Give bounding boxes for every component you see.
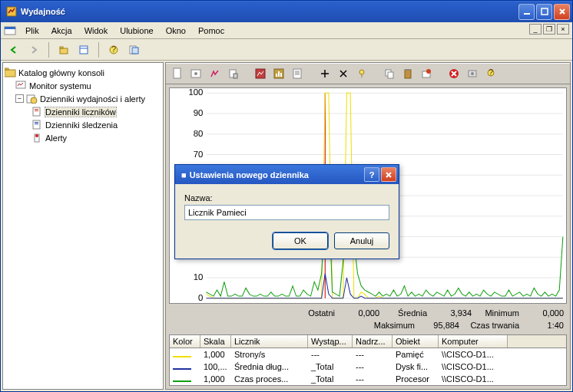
counterlog-icon	[31, 106, 43, 117]
export-button[interactable]	[125, 41, 142, 58]
app-icon	[5, 5, 18, 18]
tree-tracelogs[interactable]: Dzienniki śledzenia	[5, 118, 161, 131]
minimize-button[interactable]	[518, 4, 535, 20]
counter-table[interactable]: Kolor Skala Licznik Wystąp... Nadrz... O…	[169, 334, 567, 386]
copy-button[interactable]	[383, 67, 396, 81]
svg-rect-33	[276, 74, 277, 77]
svg-rect-34	[278, 71, 280, 77]
svg-rect-4	[5, 27, 15, 29]
monitor-icon	[15, 80, 27, 91]
stats-row-1: Ostatni0,000 Średnia3,934 Minimum0,000	[166, 307, 570, 319]
svg-rect-7	[80, 46, 88, 54]
svg-text:?: ?	[111, 44, 116, 54]
dialog-titlebar[interactable]: ■ Ustawienia nowego dziennika ?	[175, 165, 399, 184]
main-toolbar: ?	[1, 39, 572, 61]
col-inst[interactable]: Wystąp...	[308, 335, 353, 348]
dialog-title: Ustawienia nowego dziennika	[190, 170, 363, 180]
menu-file[interactable]: Plik	[19, 25, 45, 37]
content-toolbar: ?	[166, 63, 570, 84]
svg-text:10: 10	[194, 272, 204, 282]
tracelog-icon	[31, 119, 43, 130]
view-log-button[interactable]	[226, 67, 240, 81]
stat-max-value: 95,884	[419, 321, 459, 330]
back-button[interactable]	[5, 41, 22, 58]
mdi-restore-button[interactable]: ❐	[543, 24, 555, 35]
svg-point-25	[35, 134, 38, 137]
svg-text:0: 0	[198, 293, 203, 302]
view-current-button[interactable]	[207, 67, 221, 81]
stats-row-2: Maksimum95,884 Czas trwania1:40	[166, 319, 570, 331]
paste-button[interactable]	[401, 67, 415, 81]
tree-alerts[interactable]: Alerty	[5, 131, 161, 144]
highlight-button[interactable]	[355, 67, 369, 81]
tree-panel[interactable]: Katalog główny konsoli Monitor systemu −…	[2, 62, 164, 390]
tree-logs[interactable]: − Dzienniki wydajności i alerty	[5, 92, 161, 105]
mmc-icon	[4, 25, 16, 37]
svg-point-40	[359, 70, 364, 74]
svg-rect-2	[542, 8, 548, 15]
col-color[interactable]: Kolor	[170, 335, 200, 348]
logs-icon	[26, 93, 38, 104]
name-input[interactable]	[184, 205, 389, 220]
stat-czas-label: Czas trwania	[464, 321, 519, 330]
close-button[interactable]	[554, 4, 570, 20]
table-row[interactable]: 100,...Średnia dług..._Total---Dysk fi..…	[170, 361, 566, 373]
svg-rect-26	[174, 68, 181, 78]
menu-action[interactable]: Akcja	[45, 25, 78, 37]
svg-rect-5	[60, 48, 68, 54]
tree-monitor[interactable]: Monitor systemu	[5, 79, 161, 92]
svg-point-28	[194, 72, 197, 75]
svg-rect-18	[33, 107, 40, 116]
svg-rect-6	[60, 47, 63, 48]
clear-display-button[interactable]	[189, 67, 203, 81]
new-counter-set-button[interactable]	[171, 67, 184, 81]
view-histogram-button[interactable]	[272, 67, 286, 81]
menu-help[interactable]: Pomoc	[192, 25, 230, 37]
update-button[interactable]	[465, 67, 479, 81]
table-row[interactable]: 1,000Czas proces..._Total---Procesor\\CI…	[170, 373, 566, 385]
freeze-button[interactable]	[447, 67, 461, 81]
svg-rect-14	[5, 68, 8, 70]
stat-min-label: Minimum	[476, 308, 519, 318]
forward-button[interactable]	[25, 41, 42, 58]
properties-button[interactable]	[419, 67, 433, 81]
tree-counterlogs[interactable]: Dzienniki liczników	[5, 105, 161, 118]
menu-view[interactable]: Widok	[78, 25, 114, 37]
titlebar[interactable]: Wydajność	[1, 1, 572, 22]
menu-favorites[interactable]: Ulubione	[114, 25, 159, 37]
add-button[interactable]	[318, 67, 332, 81]
svg-rect-21	[33, 120, 40, 129]
properties-button[interactable]	[75, 41, 92, 58]
ok-button[interactable]: OK	[273, 232, 328, 249]
stat-max-label: Maksimum	[372, 321, 415, 330]
help-button[interactable]: ?	[484, 67, 498, 81]
col-computer[interactable]: Komputer	[439, 335, 508, 348]
view-chart-button[interactable]	[253, 67, 267, 81]
table-row[interactable]: 1,000Strony/s------Pamięć\\CISCO-D1...	[170, 348, 566, 361]
cancel-button[interactable]: Anuluj	[334, 232, 389, 249]
dialog-close-button[interactable]	[381, 167, 396, 182]
menu-window[interactable]: Okno	[160, 25, 192, 37]
delete-button[interactable]	[336, 67, 350, 81]
svg-text:?: ?	[489, 68, 493, 77]
up-folder-button[interactable]	[55, 41, 72, 58]
table-header[interactable]: Kolor Skala Licznik Wystąp... Nadrz... O…	[170, 335, 566, 348]
maximize-button[interactable]	[536, 4, 552, 20]
col-object[interactable]: Obiekt	[392, 335, 439, 348]
col-scale[interactable]: Skala	[200, 335, 231, 348]
mdi-close-button[interactable]: ×	[557, 24, 569, 35]
svg-point-50	[471, 72, 474, 75]
svg-text:100: 100	[188, 88, 203, 97]
col-parent[interactable]: Nadrz...	[353, 335, 392, 348]
mdi-minimize-button[interactable]: _	[529, 24, 542, 35]
tree-root[interactable]: Katalog główny konsoli	[5, 66, 161, 79]
svg-rect-22	[35, 122, 38, 123]
view-report-button[interactable]	[290, 67, 304, 81]
dialog-help-button[interactable]: ?	[364, 167, 379, 182]
help-button[interactable]: ?	[105, 41, 122, 58]
col-counter[interactable]: Licznik	[231, 335, 308, 348]
stat-czas-value: 1:40	[524, 321, 564, 330]
svg-rect-1	[524, 13, 530, 15]
svg-rect-45	[406, 69, 409, 71]
collapse-icon[interactable]: −	[15, 94, 24, 103]
